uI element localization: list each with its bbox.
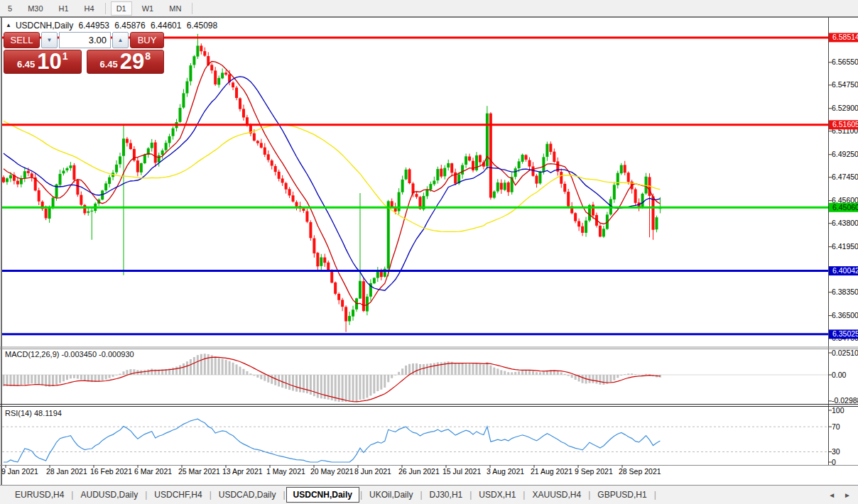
ohlc-low: 6.44601 — [151, 21, 181, 31]
svg-text:3 Aug 2021: 3 Aug 2021 — [487, 467, 524, 476]
panel-backgrounds — [0, 17, 858, 504]
svg-text:16 Feb 2021: 16 Feb 2021 — [90, 467, 132, 476]
sell-price-base: 6.45 — [17, 59, 35, 70]
toolbar-timeframe-5[interactable]: 5 — [2, 1, 18, 16]
svg-text:6.43800: 6.43800 — [832, 219, 858, 227]
toolbar-separator — [105, 3, 106, 14]
svg-text:13 Apr 2021: 13 Apr 2021 — [222, 467, 263, 476]
sell-price-sup: 1 — [63, 50, 68, 62]
symbol-tab-bar: EURUSD,H4|AUDUSD,Daily|USDCHF,H4|USDCAD,… — [0, 485, 858, 504]
tab-usdchf-h4[interactable]: USDCHF,H4 — [148, 488, 208, 502]
svg-text:28 Jan 2021: 28 Jan 2021 — [46, 467, 87, 476]
buy-button[interactable]: BUY — [130, 32, 164, 48]
svg-text:6.49250: 6.49250 — [832, 150, 858, 158]
svg-text:9 Jan 2021: 9 Jan 2021 — [1, 467, 38, 476]
chart-title: ▲USDCNH,Daily 6.44953 6.45876 6.44601 6.… — [6, 21, 220, 31]
svg-text:6.56550: 6.56550 — [832, 57, 858, 66]
svg-text:6.58514: 6.58514 — [832, 33, 858, 41]
svg-text:6 Mar 2021: 6 Mar 2021 — [134, 467, 172, 476]
toolbar-timeframe-mn[interactable]: MN — [163, 1, 187, 16]
tab-usdx-h1[interactable]: USDX,H1 — [472, 488, 522, 502]
rsi-indicator-label: RSI(14) 48.1194 — [5, 409, 62, 417]
tab-xauusd-h4[interactable]: XAUUSD,H4 — [526, 488, 587, 502]
svg-text:6.54750: 6.54750 — [832, 80, 858, 89]
svg-text:6.35025: 6.35025 — [832, 329, 858, 338]
spinner-up-icon: ▲ — [118, 37, 124, 43]
macd-indicator-label: MACD(12,26,9) -0.003450 -0.000930 — [5, 350, 134, 358]
svg-text:21 Aug 2021: 21 Aug 2021 — [531, 467, 572, 476]
tab-usdcnh-daily[interactable]: USDCNH,Daily — [286, 487, 359, 503]
svg-text:0.00: 0.00 — [832, 371, 847, 379]
svg-text:20 May 2021: 20 May 2021 — [310, 467, 354, 476]
svg-text:1 May 2021: 1 May 2021 — [266, 467, 305, 476]
buy-price-sup: 8 — [145, 50, 151, 62]
tab-ukoil-daily[interactable]: UKOil,Daily — [363, 488, 419, 502]
tab-usdcad-daily[interactable]: USDCAD,Daily — [212, 488, 283, 502]
svg-text:6.40042: 6.40042 — [832, 266, 858, 275]
svg-text:8 Jun 2021: 8 Jun 2021 — [354, 467, 391, 476]
svg-text:0.025108: 0.025108 — [832, 349, 858, 357]
toolbar-timeframe-h1[interactable]: H1 — [53, 1, 75, 16]
tab-scroll-right-icon[interactable]: ► — [842, 491, 852, 500]
svg-text:6.47450: 6.47450 — [832, 172, 858, 181]
volume-input[interactable]: 3.00 — [59, 32, 111, 48]
svg-text:6.38350: 6.38350 — [832, 287, 858, 296]
volume-increase-button[interactable]: ▲ — [112, 32, 129, 48]
tab-gbpusd-h1[interactable]: GBPUSD,H1 — [591, 488, 653, 502]
tab-eurusd-h4[interactable]: EURUSD,H4 — [9, 488, 70, 502]
toolbar-timeframe-h4[interactable]: H4 — [79, 1, 100, 16]
ohlc-high: 6.45876 — [114, 21, 145, 31]
tab-scroll-arrows: ◄► — [827, 491, 852, 500]
tab-separator: | — [653, 490, 657, 500]
svg-text:25 Mar 2021: 25 Mar 2021 — [178, 467, 220, 476]
chart-symbol-label: USDCNH,Daily — [16, 21, 73, 31]
toolbar-separator — [192, 3, 192, 14]
ohlc-close: 6.45098 — [187, 21, 217, 31]
svg-text:6.51605: 6.51605 — [832, 120, 858, 128]
svg-text:15 Jul 2021: 15 Jul 2021 — [442, 467, 481, 476]
sell-price-big: 10 — [37, 52, 61, 72]
svg-text:30: 30 — [832, 447, 840, 456]
svg-text:28 Sep 2021: 28 Sep 2021 — [619, 467, 661, 476]
toolbar-timeframe-m30[interactable]: M30 — [22, 1, 48, 16]
svg-text:70: 70 — [832, 422, 840, 431]
svg-text:6.41950: 6.41950 — [832, 242, 858, 251]
date-axis: 9 Jan 202128 Jan 202116 Feb 20216 Mar 20… — [1, 465, 661, 476]
buy-price-big: 29 — [120, 52, 144, 72]
svg-text:9 Sep 2021: 9 Sep 2021 — [575, 467, 613, 476]
svg-text:6.52900: 6.52900 — [832, 104, 858, 112]
buy-price-base: 6.45 — [99, 59, 117, 70]
svg-text:6.36500: 6.36500 — [832, 311, 858, 319]
spinner-down-icon: ▼ — [47, 37, 53, 43]
ohlc-open: 6.44953 — [79, 21, 109, 31]
toolbar-timeframe-w1[interactable]: W1 — [136, 1, 160, 16]
one-click-trade-panel: SELL ▼ 3.00 ▲ BUY 6.45 10 1 6.45 29 8 — [4, 32, 164, 74]
sell-price-display[interactable]: 6.45 10 1 — [4, 50, 82, 74]
svg-text:6.45060: 6.45060 — [832, 203, 858, 212]
volume-decrease-button[interactable]: ▼ — [41, 32, 58, 48]
sell-button[interactable]: SELL — [4, 32, 40, 48]
tab-dj30-h1[interactable]: DJ30,H1 — [423, 488, 469, 502]
timeframe-toolbar: 5M30H1H4D1W1MN — [0, 0, 858, 17]
svg-text:26 Jun 2021: 26 Jun 2021 — [398, 467, 440, 476]
buy-price-display[interactable]: 6.45 29 8 — [87, 50, 165, 74]
svg-text:100: 100 — [832, 406, 845, 415]
svg-text:0: 0 — [832, 458, 836, 466]
chart-plot-area[interactable]: 6.565506.547506.529006.511006.492506.474… — [0, 0, 858, 504]
svg-text:-0.029881: -0.029881 — [832, 396, 858, 405]
collapse-triangle-icon[interactable]: ▲ — [6, 22, 11, 28]
trading-terminal-window: 5M30H1H4D1W1MN 6.565506.547506.529006.51… — [0, 0, 858, 504]
tab-scroll-left-icon[interactable]: ◄ — [827, 491, 837, 500]
toolbar-timeframe-d1[interactable]: D1 — [111, 1, 132, 16]
tab-audusd-daily[interactable]: AUDUSD,Daily — [74, 488, 144, 502]
